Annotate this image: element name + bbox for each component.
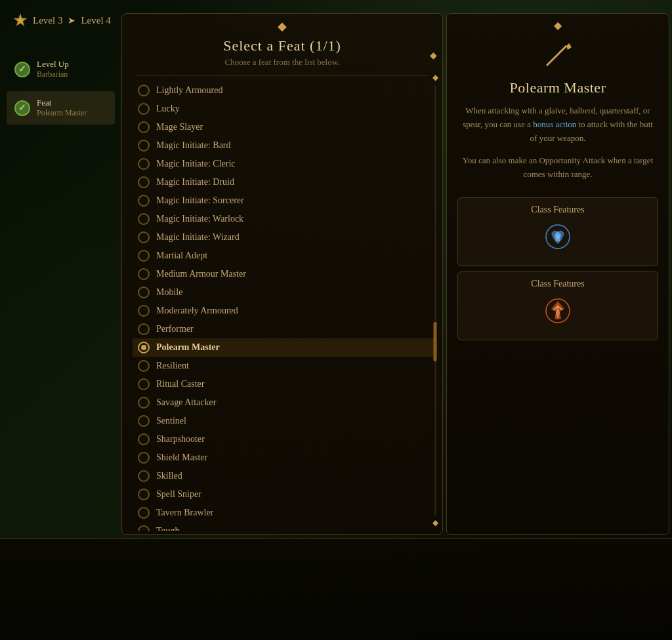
feat-item-6[interactable]: Magic Initiate: Sorcerer [133, 191, 437, 210]
feat-radio-2 [138, 121, 150, 133]
feat-name-19: Sharpshooter [156, 434, 205, 445]
scroll-diamond-bottom: ◆ [432, 518, 438, 528]
checkmark-feat: ✓ [18, 102, 26, 113]
feat-item-14[interactable]: Polearm Master [133, 338, 437, 357]
feat-item-8[interactable]: Magic Initiate: Wizard [133, 228, 437, 247]
opportunity-attack-highlight: Opportunity Attack [539, 155, 605, 165]
scrollbar[interactable]: ◆ ◆ [432, 73, 438, 528]
feat-radio-14 [138, 342, 150, 353]
sidebar-check-levelup: ✓ [14, 62, 30, 77]
class-feature-card-1: Class Features [457, 197, 658, 266]
feat-item-12[interactable]: Moderately Armoured [133, 302, 437, 320]
feat-item-23[interactable]: Tavern Brawler [133, 504, 437, 522]
feat-item-4[interactable]: Magic Initiate: Cleric [133, 155, 437, 173]
sidebar-text-feat: Feat Polearm Master [37, 98, 87, 118]
feat-radio-17 [138, 397, 150, 409]
feat-radio-8 [138, 231, 150, 243]
main-panel: ◆ Select a Feat (1/1) Choose a feat from… [121, 13, 443, 535]
feat-name-4: Magic Initiate: Cleric [156, 159, 236, 169]
feat-item-19[interactable]: Sharpshooter [133, 430, 437, 449]
feat-item-15[interactable]: Resilient [133, 357, 437, 375]
feat-radio-12 [138, 305, 150, 317]
feat-radio-20 [138, 452, 150, 464]
feat-radio-13 [138, 323, 150, 335]
sidebar-item-feat[interactable]: ✓ Feat Polearm Master [7, 91, 115, 125]
sidebar-subtitle-levelup: Barbarian [37, 70, 69, 79]
svg-marker-1 [566, 43, 572, 50]
class-feature-icon-2 [541, 294, 574, 333]
feat-item-21[interactable]: Skilled [133, 467, 437, 485]
feat-radio-23 [138, 507, 150, 519]
feat-item-13[interactable]: Performer [133, 320, 437, 338]
feat-item-5[interactable]: Magic Initiate: Druid [133, 173, 437, 191]
feat-radio-22 [138, 489, 150, 500]
feat-item-0[interactable]: Lightly Armoured [133, 81, 437, 100]
class-feature-card-2: Class Features [457, 271, 658, 340]
scroll-track [434, 85, 436, 515]
desc-text-2: You can also make an [463, 155, 539, 165]
feat-radio-0 [138, 85, 150, 96]
feat-name-6: Magic Initiate: Sorcerer [156, 195, 244, 206]
feat-item-18[interactable]: Sentinel [133, 412, 437, 430]
feat-name-16: Ritual Caster [156, 379, 205, 390]
svg-line-0 [547, 46, 566, 66]
scroll-diamond-top: ◆ [432, 73, 438, 83]
feat-item-2[interactable]: Mage Slayer [133, 118, 437, 136]
level-from: Level 3 [33, 15, 62, 26]
feat-radio-21 [138, 470, 150, 482]
sidebar-item-levelup[interactable]: ✓ Level Up Barbarian [7, 52, 115, 86]
class-feature-label-2: Class Features [531, 279, 584, 289]
sidebar: ✓ Level Up Barbarian ✓ Feat Polearm Mast… [0, 46, 121, 136]
class-feature-icon-1 [541, 220, 574, 259]
panel-subtitle: Choose a feat from the list below. [135, 57, 429, 76]
feat-radio-6 [138, 195, 150, 207]
feat-item-1[interactable]: Lucky [133, 100, 437, 118]
feat-name-8: Magic Initiate: Wizard [156, 232, 240, 243]
feat-item-24[interactable]: Tough [133, 522, 437, 531]
feat-item-10[interactable]: Medium Armour Master [133, 265, 437, 283]
feat-radio-10 [138, 268, 150, 280]
scroll-top-deco: ◆ [430, 50, 437, 61]
class-feature-svg-1 [541, 220, 574, 253]
feat-name-13: Performer [156, 324, 194, 334]
feat-radio-5 [138, 176, 150, 188]
panel-title: Select a Feat (1/1) [122, 33, 442, 57]
feat-list[interactable]: Lightly ArmouredLuckyMage SlayerMagic In… [122, 76, 442, 531]
level-icon [13, 13, 28, 28]
feat-item-3[interactable]: Magic Initiate: Bard [133, 136, 437, 155]
detail-top-deco: ◆ [447, 14, 669, 31]
feat-item-17[interactable]: Savage Attacker [133, 393, 437, 412]
bottom-bar [0, 538, 672, 640]
feat-name-7: Magic Initiate: Warlock [156, 214, 243, 224]
feat-radio-4 [138, 158, 150, 170]
feat-name-17: Savage Attacker [156, 397, 216, 408]
feat-radio-9 [138, 250, 150, 262]
feat-name-15: Resilient [156, 361, 189, 371]
level-indicator: Level 3 ➤ Level 4 [13, 13, 111, 28]
feat-name-2: Mage Slayer [156, 122, 203, 132]
feat-radio-3 [138, 140, 150, 151]
feat-item-9[interactable]: Martial Adept [133, 247, 437, 265]
feat-item-7[interactable]: Magic Initiate: Warlock [133, 210, 437, 228]
scroll-thumb [434, 322, 437, 361]
feat-radio-7 [138, 213, 150, 225]
detail-description-1: When attacking with a glaive, halberd, q… [447, 104, 669, 154]
feat-name-20: Shield Master [156, 452, 207, 463]
polearm-icon [541, 38, 574, 71]
feat-item-20[interactable]: Shield Master [133, 449, 437, 467]
feat-item-22[interactable]: Spell Sniper [133, 485, 437, 504]
detail-feat-name: Polearm Master [447, 79, 669, 104]
feat-name-9: Martial Adept [156, 250, 207, 261]
detail-panel: ◆ Polearm Master When attacking with a g… [446, 13, 669, 535]
feat-item-16[interactable]: Ritual Caster [133, 375, 437, 393]
feat-name-10: Medium Armour Master [156, 269, 246, 279]
feat-name-3: Magic Initiate: Bard [156, 140, 231, 151]
feat-name-23: Tavern Brawler [156, 508, 213, 518]
sidebar-title-feat: Feat [37, 98, 87, 108]
feat-radio-19 [138, 433, 150, 445]
feat-radio-16 [138, 378, 150, 390]
feat-name-18: Sentinel [156, 416, 186, 426]
feat-name-24: Tough [156, 526, 180, 531]
feat-name-12: Moderately Armoured [156, 306, 238, 316]
feat-item-11[interactable]: Mobile [133, 283, 437, 302]
